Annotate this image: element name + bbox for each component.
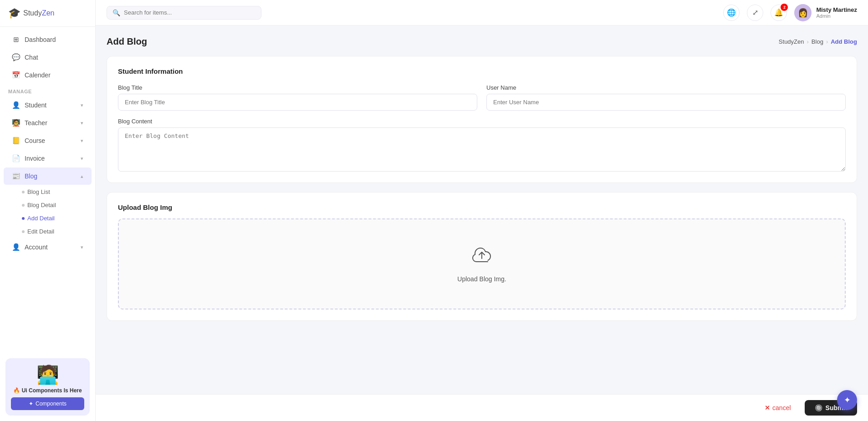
components-icon: ✦ [29, 401, 33, 407]
sidebar-item-blog-detail[interactable]: Blog Detail [17, 198, 95, 212]
dashboard-icon: ⊞ [12, 36, 20, 44]
blog-content-label: Blog Content [118, 118, 846, 125]
calendar-icon: 📅 [12, 71, 20, 79]
blog-sub-nav: Blog List Blog Detail Add Detail Edit De… [0, 185, 95, 238]
chevron-down-icon: ▾ [81, 156, 83, 162]
search-bar[interactable]: 🔍 [107, 6, 261, 20]
fullscreen-button[interactable]: ⤢ [747, 5, 763, 21]
search-input[interactable] [124, 9, 255, 16]
course-icon: 📒 [12, 137, 20, 145]
blog-title-label: Blog Title [118, 84, 477, 91]
upload-cloud-icon [470, 246, 493, 270]
blog-title-group: Blog Title [118, 84, 477, 111]
blog-title-input[interactable] [118, 94, 477, 111]
logo-icon: 🎓 [8, 7, 20, 19]
sidebar-item-blog[interactable]: 📰 Blog ▴ [4, 167, 92, 185]
sidebar-item-edit-detail[interactable]: Edit Detail [17, 225, 95, 238]
chat-icon: 💬 [12, 53, 20, 61]
user-name: Misty Martinez [816, 6, 857, 13]
chevron-down-icon: ▾ [81, 138, 83, 144]
upload-area-text: Upload Blog Img. [457, 275, 506, 283]
teacher-icon: 🧑‍🏫 [12, 119, 20, 127]
invoice-icon: 📄 [12, 154, 20, 162]
sidebar-item-calendar[interactable]: 📅 Calender [4, 66, 92, 84]
student-info-card: Student Information Blog Title User Name… [107, 56, 857, 183]
page-content: Add Blog StudyZen › Blog › Add Blog Stud… [96, 25, 868, 394]
promo-card: 🧑‍💻 🔥 Ui Components Is Here ✦ Components [5, 358, 90, 416]
main-content: 🔍 🌐 ⤢ 🔔 2 👩 Misty Martinez Admin [96, 0, 868, 421]
blog-content-group: Blog Content [118, 118, 846, 172]
breadcrumb-row: Add Blog StudyZen › Blog › Add Blog [107, 36, 857, 47]
breadcrumb-separator: › [826, 38, 828, 45]
user-info: 👩 Misty Martinez Admin [794, 4, 857, 21]
translate-icon: 🌐 [727, 8, 736, 17]
page-title: Add Blog [107, 36, 147, 47]
sidebar-item-label: Account [25, 243, 76, 251]
expand-icon: ⤢ [752, 8, 758, 17]
sidebar-item-label: Course [25, 137, 76, 144]
student-icon: 👤 [12, 101, 20, 109]
upload-section-title: Upload Blog Img [118, 203, 846, 211]
sidebar-navigation: ⊞ Dashboard 💬 Chat 📅 Calender Manage 👤 S… [0, 27, 95, 353]
translate-button[interactable]: 🌐 [723, 5, 740, 21]
sidebar-item-course[interactable]: 📒 Course ▾ [4, 132, 92, 149]
bullet-icon [22, 191, 25, 193]
sidebar-item-add-detail[interactable]: Add Detail [17, 212, 95, 225]
sidebar-item-blog-list[interactable]: Blog List [17, 185, 95, 198]
avatar: 👩 [794, 4, 812, 21]
breadcrumb-home[interactable]: StudyZen [779, 38, 804, 45]
fab-button[interactable]: ✦ [837, 390, 857, 410]
sidebar-item-label: Blog [25, 172, 76, 180]
bullet-icon [22, 204, 25, 207]
sidebar-item-dashboard[interactable]: ⊞ Dashboard [4, 31, 92, 48]
section-title: Student Information [118, 67, 846, 75]
user-name-input[interactable] [486, 94, 846, 111]
sidebar-item-chat[interactable]: 💬 Chat [4, 49, 92, 66]
upload-area[interactable]: Upload Blog Img. [118, 218, 846, 309]
sub-nav-label: Add Detail [27, 215, 55, 222]
breadcrumb-current: Add Blog [831, 38, 857, 45]
blog-icon: 📰 [12, 172, 20, 180]
sidebar-item-label: Calender [25, 71, 83, 79]
notifications-button[interactable]: 🔔 2 [771, 5, 787, 21]
chevron-up-icon: ▴ [81, 173, 83, 179]
manage-section-label: Manage [0, 84, 95, 96]
breadcrumb: StudyZen › Blog › Add Blog [779, 38, 857, 45]
fab-icon: ✦ [844, 395, 851, 405]
sidebar-item-label: Teacher [25, 119, 76, 127]
sidebar-item-label: Student [25, 101, 76, 109]
blog-content-textarea[interactable] [118, 127, 846, 172]
upload-image-card: Upload Blog Img Upload Blog Img. [107, 192, 857, 321]
user-details: Misty Martinez Admin [816, 6, 857, 19]
user-name-label: User Name [486, 84, 846, 91]
sub-nav-label: Blog List [27, 188, 50, 195]
notification-badge: 2 [781, 4, 788, 11]
account-icon: 👤 [12, 243, 20, 251]
sub-nav-label: Blog Detail [27, 202, 56, 208]
header: 🔍 🌐 ⤢ 🔔 2 👩 Misty Martinez Admin [96, 0, 868, 25]
sidebar-item-account[interactable]: 👤 Account ▾ [4, 238, 92, 256]
chevron-down-icon: ▾ [81, 102, 83, 108]
sidebar-item-student[interactable]: 👤 Student ▾ [4, 96, 92, 114]
breadcrumb-blog[interactable]: Blog [812, 38, 823, 45]
sidebar-item-invoice[interactable]: 📄 Invoice ▾ [4, 150, 92, 167]
cancel-button[interactable]: ✕ cancel [757, 401, 798, 415]
user-name-group: User Name [486, 84, 846, 111]
breadcrumb-separator: › [807, 38, 809, 45]
chevron-down-icon: ▾ [81, 244, 83, 250]
sub-nav-label: Edit Detail [27, 228, 54, 235]
logo-text: StudyZen [23, 9, 55, 17]
sidebar-item-label: Invoice [25, 155, 76, 162]
sidebar-logo: 🎓 StudyZen [0, 0, 95, 27]
user-role: Admin [816, 13, 857, 19]
components-button[interactable]: ✦ Components [11, 397, 84, 410]
sidebar: 🎓 StudyZen ⊞ Dashboard 💬 Chat 📅 Calender… [0, 0, 96, 421]
search-icon: 🔍 [112, 9, 120, 16]
submit-icon: 🔘 [815, 404, 822, 411]
sidebar-item-label: Chat [25, 54, 83, 61]
sidebar-item-teacher[interactable]: 🧑‍🏫 Teacher ▾ [4, 114, 92, 132]
promo-text: 🔥 Ui Components Is Here [13, 387, 82, 394]
sidebar-item-label: Dashboard [25, 36, 83, 43]
promo-character: 🧑‍💻 [36, 365, 59, 384]
footer-actions: ✕ cancel 🔘 Submit [96, 394, 868, 421]
